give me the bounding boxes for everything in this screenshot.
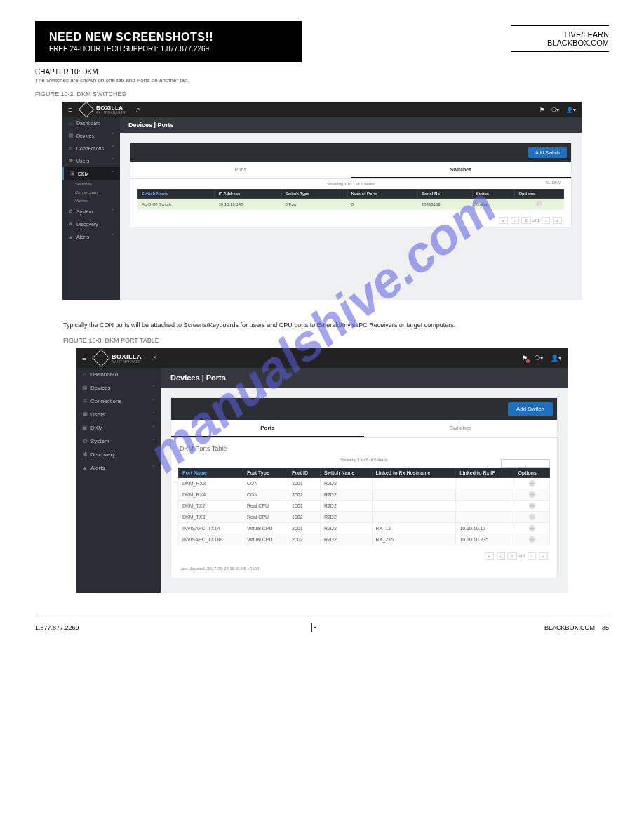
pager-first[interactable]: « (485, 552, 494, 560)
sidebar-item-label: Connections (90, 398, 152, 404)
sidebar-item-label: System (90, 438, 152, 444)
pager-last[interactable]: » (553, 217, 562, 224)
brand-sub: AV / IT MANAGER (96, 110, 126, 114)
sidebar-item-connections[interactable]: ≋Connections˄ (76, 395, 161, 408)
table-row[interactable]: DKM_TX2Real CPU1001R2D2⋯ (179, 501, 550, 512)
row-options[interactable]: ⋯ (514, 523, 550, 534)
sidebar-item-dkm[interactable]: ▣DKM˄ (62, 167, 120, 180)
sidebar-item-users[interactable]: ⚉Users˄ (76, 408, 161, 421)
header-right-top: LIVE/LEARN (511, 30, 609, 39)
pager: « ‹ 1 of 1 › » (171, 550, 557, 562)
sidebar-item-label: DKM (90, 425, 152, 431)
col-header[interactable]: Linked to Rx Hostname (372, 468, 456, 478)
pager-last[interactable]: » (539, 552, 548, 560)
table-row[interactable]: AL-DKM Switch10.10.10.1458 Port810293182… (138, 199, 564, 210)
row-options[interactable]: ⋯ (514, 478, 550, 489)
sidebar-item-dashboard[interactable]: ⌂Dashboard (62, 117, 120, 129)
add-switch-button[interactable]: Add Switch (508, 402, 553, 416)
row-options[interactable]: ⋯ (514, 512, 550, 523)
tab-ports[interactable]: Ports (130, 162, 351, 178)
chevron-icon: ˄ (152, 412, 155, 418)
sidebar-item-label: Discovery (90, 451, 155, 458)
chevron-icon: ˄ (152, 385, 155, 391)
col-header[interactable]: Linked to Rx IP (456, 468, 514, 478)
nav-icon: ✿ (82, 438, 88, 444)
popout-icon[interactable]: ↗ (152, 355, 157, 362)
sidebar-item-dkm[interactable]: ▣DKM˄ (76, 421, 161, 435)
col-header[interactable]: Switch Name (320, 468, 372, 478)
col-header[interactable]: Port Name (179, 468, 243, 478)
col-header[interactable]: Port Type (243, 468, 288, 478)
sidebar-item-dashboard[interactable]: ⌂Dashboard (76, 368, 161, 381)
hamburger-icon[interactable] (68, 105, 76, 114)
table-row[interactable]: DKM_RX3CON3001R2D2⋯ (179, 478, 550, 489)
col-header[interactable]: IP Address (215, 190, 281, 199)
col-header[interactable]: Port ID (288, 468, 321, 478)
popout-icon[interactable]: ↗ (135, 107, 140, 113)
pager-of: of 1 (518, 554, 525, 558)
col-header[interactable]: Switch Name (138, 190, 215, 199)
chevron-icon: ˄ (112, 158, 114, 164)
user-menu-icon[interactable]: 👤▾ (551, 355, 562, 362)
tab-ports[interactable]: Ports (171, 420, 364, 437)
sidebar-item-discovery[interactable]: ✱Discovery (76, 448, 161, 461)
content-panel: Add Switch Ports Switches DKM Ports Tabl… (170, 397, 558, 578)
sidebar-item-label: DKM (78, 171, 112, 176)
sidebar-item-connections[interactable]: ≋Connections˄ (62, 142, 120, 154)
sidebar-sub-switches[interactable]: Switches (75, 180, 120, 188)
row-options[interactable]: ⋯ (514, 501, 550, 512)
app-topbar: BOXILLA AV / IT MANAGER ↗ ⚑ ❍▾ 👤▾ (76, 348, 568, 368)
chevron-icon: ˄ (152, 465, 155, 471)
help-icon[interactable]: ❍▾ (535, 355, 544, 362)
last-updated: Last Updated: 2017-09-28 16:01:05 +0100 (171, 562, 557, 578)
sidebar-item-alerts[interactable]: ▲Alerts˄ (76, 461, 161, 475)
brand-sub: AV / IT MANAGER (112, 359, 142, 364)
search-input[interactable] (501, 459, 550, 468)
switches-table: Switch NameIP AddressSwitch TypeNum of P… (137, 189, 564, 210)
user-menu-icon[interactable]: 👤▾ (566, 107, 576, 113)
pager-prev[interactable]: ‹ (511, 217, 519, 224)
sidebar-item-discovery[interactable]: ✱Discovery (62, 218, 120, 230)
col-header[interactable]: Status (472, 190, 515, 199)
col-header[interactable]: Serial No (418, 190, 473, 199)
row-options[interactable]: ⋯ (515, 199, 564, 210)
flag-icon[interactable]: ⚑ (522, 355, 528, 362)
pager-next[interactable]: › (528, 552, 536, 560)
pager-first[interactable]: « (499, 217, 508, 224)
sidebar-sub-connections[interactable]: Connections (75, 188, 120, 197)
sidebar-item-devices[interactable]: ▦Devices˄ (76, 381, 161, 395)
tab-switches[interactable]: Switches (364, 420, 557, 437)
col-header[interactable]: Options (515, 190, 564, 199)
sidebar-item-system[interactable]: ✿System˄ (76, 435, 161, 448)
col-header[interactable]: Options (514, 468, 550, 478)
col-header[interactable]: Num of Ports (347, 190, 417, 199)
nav-icon: ▣ (69, 171, 75, 176)
sidebar-item-users[interactable]: ⚉Users˄ (62, 154, 120, 167)
add-switch-button[interactable]: Add Switch (528, 147, 567, 158)
hamburger-icon[interactable] (82, 354, 90, 362)
table-row[interactable]: INVISAPC_TX188Virtual CPU2002R2D2RX_2351… (179, 534, 550, 545)
sidebar-item-devices[interactable]: ▦Devices˄ (62, 129, 120, 142)
sidebar-sub-viewer[interactable]: Viewer (75, 197, 120, 205)
nav-icon: ⚉ (82, 411, 88, 418)
help-icon[interactable]: ❍▾ (551, 107, 559, 113)
sidebar-item-system[interactable]: ✿System˄ (62, 205, 120, 218)
tab-switches[interactable]: Switches (351, 162, 571, 178)
row-options[interactable]: ⋯ (514, 534, 550, 545)
sidebar-item-alerts[interactable]: ▲Alerts˄ (62, 230, 120, 243)
table-row[interactable]: DKM_RX4CON3002R2D2⋯ (179, 489, 550, 501)
footer-site: BLACKBOX.COM (544, 624, 595, 631)
pager-page: 1 (521, 217, 530, 224)
nav-icon: ▲ (68, 234, 74, 239)
pager-next[interactable]: › (542, 217, 550, 224)
row-options[interactable]: ⋯ (514, 489, 550, 501)
col-header[interactable]: Switch Type (281, 190, 347, 199)
sidebar-item-label: Users (76, 159, 112, 164)
pager-prev[interactable]: ‹ (497, 552, 505, 560)
sidebar: ⌂Dashboard▦Devices˄≋Connections˄⚉Users˄▣… (62, 117, 120, 300)
nav-icon: ✿ (68, 208, 74, 214)
table-row[interactable]: DKM_TX3Real CPU1002R2D2⋯ (179, 512, 550, 523)
flag-icon[interactable]: ⚑ (539, 107, 544, 113)
chevron-icon: ˄ (112, 208, 114, 214)
table-row[interactable]: INVISAPC_TX14Virtual CPU2001R2D2RX_1310.… (179, 523, 550, 534)
